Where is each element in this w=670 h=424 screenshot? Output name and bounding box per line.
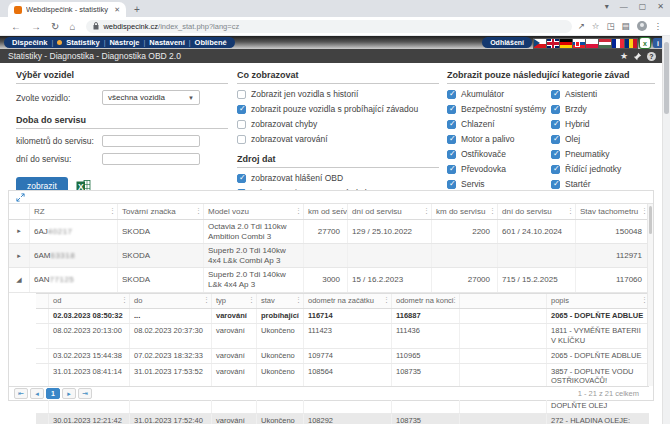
fault-row[interactable]: 30.01.2023 12:21:42 31.01.2023 17:52:40 …	[36, 414, 649, 424]
col-header-dni-do-servisu[interactable]: dní do servisu⋮	[497, 204, 575, 219]
flag-gb-icon[interactable]	[547, 39, 559, 48]
checkbox[interactable]	[551, 150, 560, 159]
checkbox-row[interactable]: Brzdy	[551, 104, 655, 114]
col-header-km-do-servisu[interactable]: km do servisu⋮	[431, 204, 497, 219]
expand-row-icon[interactable]: ▸	[17, 252, 21, 260]
col-header-tovarni-znacka[interactable]: Tovární značka⋮	[117, 204, 203, 219]
flag-ro-icon[interactable]	[625, 39, 637, 48]
close-window-icon[interactable]: ✕	[657, 2, 664, 11]
browser-menu-icon[interactable]: ⋮	[654, 21, 663, 31]
fault-row[interactable]: 03.02.2023 15:44:38 07.02.2023 18:32:33 …	[36, 349, 649, 364]
checkbox-row[interactable]: Akumulátor	[447, 89, 551, 99]
browser-scrollbar-thumb[interactable]	[664, 42, 669, 114]
pager-prev-icon[interactable]: ◂	[30, 388, 44, 399]
minimize-icon[interactable]: —	[620, 2, 628, 11]
extensions-icon[interactable]: ◳	[606, 21, 614, 31]
bookmark-star-icon[interactable]: ☆	[592, 21, 600, 31]
column-menu-icon[interactable]: ⋮	[203, 296, 210, 304]
checkbox-row[interactable]: zobrazovat chyby	[237, 119, 439, 129]
column-menu-icon[interactable]: ⋮	[489, 207, 496, 215]
col-header-stav-tachometru[interactable]: Stav tachometru⋮	[575, 204, 649, 219]
checkbox[interactable]	[237, 105, 246, 114]
flag-pl-icon[interactable]	[586, 39, 598, 48]
share-icon[interactable]: ↗	[578, 21, 585, 31]
menu-item-statistiky[interactable]: Statistiky	[66, 38, 99, 47]
checkbox-row[interactable]: zobrazovat hlášení OBD	[237, 173, 439, 183]
checkbox-row[interactable]: Pneumatiky	[551, 149, 655, 159]
checkbox[interactable]	[551, 105, 560, 114]
flag-hu-icon[interactable]	[599, 39, 611, 48]
col-header-km-od-servisu[interactable]: km od servisu⋮	[303, 204, 347, 219]
column-menu-icon[interactable]: ⋮	[109, 207, 116, 215]
grid-scrollbar[interactable]	[647, 204, 653, 386]
pin-icon[interactable]	[633, 52, 642, 61]
browser-scrollbar[interactable]	[662, 36, 670, 424]
col-header-dni-od-servisu[interactable]: dní od servisu⋮	[347, 204, 431, 219]
side-panel-icon[interactable]: ▤	[621, 21, 629, 31]
expand-grid-icon[interactable]	[16, 193, 25, 202]
column-menu-icon[interactable]: ⋮	[567, 207, 574, 215]
favorite-star-icon[interactable]: ★	[620, 51, 628, 61]
pager-page-1[interactable]: 1	[46, 388, 60, 399]
detail-col-do[interactable]: do⋮	[129, 294, 211, 308]
pager-first-icon[interactable]: ⇤	[14, 388, 28, 399]
help-icon[interactable]: ?	[647, 52, 656, 61]
column-menu-icon[interactable]: ⋮	[295, 207, 302, 215]
forward-icon[interactable]: →	[31, 21, 41, 32]
export-icon[interactable]: x	[640, 38, 650, 48]
vehicle-row[interactable]: ▸ 6AJ40217 SKODA Octavia 2.0 Tdi 110kw A…	[9, 220, 649, 244]
menu-item-oblibene[interactable]: Oblíbené	[195, 38, 227, 47]
days-to-service-input[interactable]	[102, 153, 200, 165]
checkbox-row[interactable]: Převodovka	[447, 164, 551, 174]
column-menu-icon[interactable]: ⋮	[248, 296, 255, 304]
vehicle-select[interactable]: všechna vozidla ▼	[102, 90, 200, 105]
checkbox-row[interactable]: Asistenti	[551, 89, 655, 99]
profile-avatar[interactable]	[637, 21, 647, 31]
collapse-row-icon[interactable]: ◢	[16, 276, 21, 284]
expand-row-icon[interactable]: ▸	[17, 227, 21, 235]
checkbox-row[interactable]: zobrazovat varování	[237, 134, 439, 144]
browser-tab[interactable]: Webdispečink - statistiky ✕	[8, 2, 126, 17]
checkbox[interactable]	[447, 135, 456, 144]
menu-item-nastroje[interactable]: Nástroje	[109, 38, 139, 47]
menu-item-nastaveni[interactable]: Nastavení	[149, 38, 184, 47]
checkbox-row[interactable]: Servis	[447, 179, 551, 189]
tab-close-icon[interactable]: ✕	[114, 6, 120, 14]
detail-col-stav[interactable]: stav⋮	[256, 294, 303, 308]
logout-button[interactable]: Odhlášení	[482, 37, 532, 48]
checkbox-row[interactable]: zobrazit pouze vozidla s probíhající záv…	[237, 104, 439, 114]
tab-search-icon[interactable]: ▾	[605, 2, 609, 11]
checkbox-row[interactable]: Ostřikovače	[447, 149, 551, 159]
url-field[interactable]: webdispecink.cz/index_stat.php?lang=cz	[86, 20, 571, 33]
home-icon[interactable]: ⌂	[69, 21, 75, 32]
fault-row[interactable]: 02.03.2023 08:50:32 ... varování probíha…	[36, 309, 649, 324]
checkbox-row[interactable]: Bezpečnostní systémy	[447, 104, 551, 114]
pager-last-icon[interactable]: ⇥	[78, 388, 92, 399]
km-to-service-input[interactable]	[102, 135, 200, 147]
checkbox-row[interactable]: Motor a palivo	[447, 134, 551, 144]
detail-col-typ[interactable]: typ⋮	[211, 294, 256, 308]
column-menu-icon[interactable]: ⋮	[339, 207, 346, 215]
pager-next-icon[interactable]: ▸	[62, 388, 76, 399]
flag-fr-icon[interactable]	[612, 39, 624, 48]
col-header-rz[interactable]: RZ⋮	[29, 204, 117, 219]
detail-col-od[interactable]: od⋮	[48, 294, 129, 308]
checkbox-row[interactable]: Olej	[551, 134, 655, 144]
checkbox[interactable]	[447, 165, 456, 174]
checkbox[interactable]	[551, 180, 560, 189]
checkbox[interactable]	[551, 90, 560, 99]
grid-scrollbar-thumb[interactable]	[649, 206, 652, 234]
detail-col-odo-start[interactable]: odometr na začátku⋮	[303, 294, 391, 308]
column-menu-icon[interactable]: ⋮	[423, 207, 430, 215]
column-menu-icon[interactable]: ⋮	[451, 296, 458, 304]
checkbox[interactable]	[551, 120, 560, 129]
detail-col-popis[interactable]: popis⋮	[546, 294, 649, 308]
checkbox[interactable]	[447, 120, 456, 129]
checkbox[interactable]	[447, 105, 456, 114]
checkbox-row[interactable]: Startér	[551, 179, 655, 189]
menu-item-dispecink[interactable]: Dispečink	[12, 38, 47, 47]
back-icon[interactable]: ←	[11, 21, 21, 32]
column-menu-icon[interactable]: ⋮	[295, 296, 302, 304]
vehicle-row-expanded[interactable]: ◢ 6AN77125 SKODA Superb 2.0 Tdi 140kw L&…	[9, 268, 649, 292]
column-menu-icon[interactable]: ⋮	[195, 207, 202, 215]
